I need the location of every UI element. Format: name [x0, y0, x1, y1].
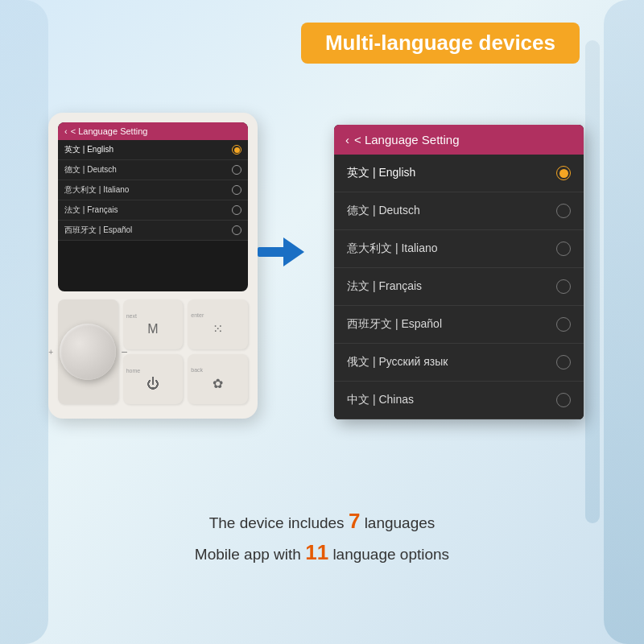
home-button[interactable]: home ⏻	[123, 354, 184, 404]
bg-right-bar2	[585, 40, 600, 523]
lang-panel-radio	[556, 317, 571, 332]
device-lang-list: 英文 | English 德文 | Deutsch 意大利文 | Italian…	[58, 140, 248, 241]
device-screen: ‹ < Language Setting 英文 | English 德文 | D…	[58, 122, 248, 291]
lang-panel-list: 英文 | English 德文 | Deutsch 意大利文 | Italian…	[334, 155, 584, 419]
device-radio	[232, 145, 242, 155]
device-buttons: next M enter ⁙ home ⏻ back ✿	[58, 299, 248, 404]
lang-panel-item[interactable]: 德文 | Deutsch	[334, 192, 584, 230]
device-radio	[232, 225, 242, 235]
knob-cell	[58, 299, 118, 404]
lang-panel-radio	[556, 204, 571, 218]
lang-panel-radio	[556, 242, 571, 256]
device-lang-label: 英文 | English	[64, 144, 114, 155]
lang-panel-item[interactable]: 法文 | Français	[334, 268, 584, 306]
next-icon: M	[147, 322, 158, 336]
number-7: 7	[349, 509, 360, 533]
device-lang-item[interactable]: 法文 | Français	[58, 200, 248, 221]
lang-panel-label: 俄文 | Русский язык	[347, 355, 448, 369]
device-panel: ‹ < Language Setting 英文 | English 德文 | D…	[48, 113, 258, 419]
lang-panel-item[interactable]: 英文 | English	[334, 155, 584, 192]
back-button[interactable]: back ✿	[188, 354, 248, 404]
lang-panel-radio	[556, 393, 571, 407]
device-lang-item[interactable]: 意大利文 | Italiano	[58, 180, 248, 200]
next-button[interactable]: next M	[123, 299, 184, 349]
device-lang-item[interactable]: 德文 | Deutsch	[58, 160, 248, 180]
lang-panel-label: 中文 | Chinas	[347, 393, 414, 407]
lang-panel-label: 意大利文 | Italiano	[347, 242, 438, 256]
lang-panel-label: 法文 | Français	[347, 279, 422, 294]
enter-label: enter	[188, 312, 204, 318]
enter-button[interactable]: enter ⁙	[188, 299, 248, 349]
lang-panel-label: 德文 | Deutsch	[347, 204, 420, 218]
device-lang-label: 意大利文 | Italiano	[64, 184, 129, 196]
bottom-line2: Mobile app with 11 language options	[0, 540, 644, 565]
enter-icon: ⁙	[213, 321, 223, 336]
next-label: next	[123, 313, 137, 319]
lang-panel-back-chevron: ‹	[345, 133, 349, 147]
bottom-text: The device includes 7 languages Mobile a…	[0, 509, 644, 572]
device-lang-item[interactable]: 英文 | English	[58, 140, 248, 160]
device-radio	[232, 165, 242, 175]
lang-panel-radio	[556, 279, 571, 294]
lang-panel-label: 西班牙文 | Español	[347, 317, 442, 332]
lang-panel-item[interactable]: 中文 | Chinas	[334, 382, 584, 419]
device-lang-item[interactable]: 西班牙文 | Español	[58, 221, 248, 241]
arrow-container	[258, 237, 304, 266]
main-title: Multi-language devices	[301, 23, 580, 64]
back-chevron: ‹	[64, 126, 68, 136]
lang-panel-item[interactable]: 意大利文 | Italiano	[334, 230, 584, 268]
number-11: 11	[305, 540, 328, 564]
lang-panel-item[interactable]: 俄文 | Русский язык	[334, 344, 584, 382]
device-lang-label: 法文 | Français	[64, 204, 118, 216]
back-icon: ✿	[213, 376, 223, 391]
home-label: home	[123, 368, 141, 374]
lang-panel-header: ‹ < Language Setting	[334, 125, 584, 155]
device-lang-label: 德文 | Deutsch	[64, 164, 117, 175]
lang-panel: ‹ < Language Setting 英文 | English 德文 | D…	[334, 125, 584, 419]
bottom-line1: The device includes 7 languages	[0, 509, 644, 534]
lang-panel-item[interactable]: 西班牙文 | Español	[334, 306, 584, 344]
lang-panel-radio	[556, 355, 571, 369]
device-radio	[232, 205, 242, 215]
rotary-knob[interactable]	[60, 324, 116, 380]
device-lang-label: 西班牙文 | Español	[64, 225, 132, 236]
lang-panel-radio	[556, 166, 571, 180]
lang-panel-label: 英文 | English	[347, 166, 415, 180]
device-radio	[232, 185, 242, 195]
home-icon: ⏻	[147, 377, 159, 391]
device-screen-header: ‹ < Language Setting	[58, 122, 248, 140]
back-label: back	[188, 367, 203, 373]
